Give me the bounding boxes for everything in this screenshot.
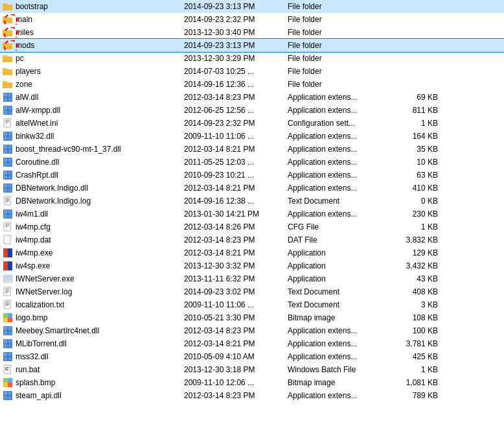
file-type: Application extens... <box>288 326 391 335</box>
file-row[interactable]: iw4mp.cfg2012-03-14 8:26 PMCFG File1 KB <box>0 220 504 233</box>
file-date: 2012-03-14 8:21 PM <box>184 248 288 257</box>
file-row[interactable]: localization.txt2009-11-10 11:06 ...Text… <box>0 298 504 311</box>
file-row[interactable]: MLibTorrent.dll2012-03-14 8:21 PMApplica… <box>0 337 504 350</box>
svg-rect-96 <box>5 292 8 293</box>
file-name-text: Meebey.SmartIrc4net.dll <box>16 326 99 335</box>
file-name-cell: logo.bmp <box>3 313 184 323</box>
svg-rect-63 <box>5 199 9 200</box>
file-name-cell: iw4mp.cfg <box>3 222 184 232</box>
svg-rect-47 <box>4 158 7 161</box>
svg-rect-127 <box>5 370 8 370</box>
file-name-cell: mods <box>3 40 184 51</box>
svg-rect-137 <box>4 396 7 399</box>
file-row[interactable]: Meebey.SmartIrc4net.dll2012-03-14 8:23 P… <box>0 324 504 337</box>
dll-icon <box>3 390 13 401</box>
file-row[interactable]: players2014-07-03 10:25 ...File folder <box>0 65 504 78</box>
svg-rect-91 <box>4 281 12 282</box>
file-size: 10 KB <box>391 158 443 167</box>
file-name-cell: bootstrap <box>3 1 184 12</box>
file-type: Application extens... <box>288 171 391 180</box>
file-date: 2014-09-23 3:13 PM <box>184 2 288 11</box>
file-date: 2014-09-23 3:02 PM <box>184 287 288 296</box>
file-name-text: IWNetServer.log <box>16 287 72 296</box>
log-icon <box>3 196 13 206</box>
file-size: 410 KB <box>391 184 443 193</box>
file-type: Application extens... <box>288 145 391 154</box>
file-name-cell: localization.txt <box>3 300 184 310</box>
svg-rect-70 <box>4 215 7 218</box>
file-size: 1 KB <box>391 119 443 128</box>
file-row[interactable]: zone2014-09-16 12:36 ...File folder <box>0 78 504 91</box>
log-icon <box>3 287 13 297</box>
file-row[interactable]: steam_api.dll2012-03-14 8:23 PMApplicati… <box>0 389 504 402</box>
file-size: 108 KB <box>391 313 443 322</box>
svg-rect-25 <box>8 98 12 101</box>
file-row[interactable]: mods2014-09-23 3:13 PMFile folder <box>0 39 504 52</box>
file-name-text: iw4sp.exe <box>16 261 50 270</box>
file-name-cell: MLibTorrent.dll <box>3 339 184 349</box>
file-date: 2010-05-21 3:30 PM <box>184 313 288 322</box>
svg-rect-42 <box>4 145 7 149</box>
file-row[interactable]: pc2013-12-30 3:29 PMFile folder <box>0 52 504 65</box>
dll-icon <box>3 131 13 141</box>
file-row[interactable]: binkw32.dll2009-11-10 11:06 ...Applicati… <box>0 130 504 143</box>
file-row[interactable]: IWNetServer.log2014-09-23 3:02 PMText Do… <box>0 285 504 298</box>
svg-rect-100 <box>5 303 9 303</box>
file-row[interactable]: splash.bmp2009-11-10 12:06 ...Bitmap ima… <box>0 376 504 389</box>
file-row[interactable]: mss32.dll2010-05-09 4:10 AMApplication e… <box>0 350 504 363</box>
svg-rect-22 <box>4 93 7 97</box>
file-row[interactable]: miles2013-12-30 3:40 PMFile folder <box>0 26 504 39</box>
file-date: 2014-09-23 2:32 PM <box>184 119 288 128</box>
svg-rect-88 <box>8 261 12 270</box>
file-name-text: bootstrap <box>16 2 48 11</box>
svg-rect-101 <box>5 304 9 305</box>
file-type: File folder <box>288 67 391 76</box>
file-row[interactable]: bootstrap2014-09-23 3:13 PMFile folder <box>0 0 504 13</box>
svg-rect-107 <box>3 318 8 322</box>
file-name-text: altelWnet.ini <box>16 119 58 128</box>
file-row[interactable]: iw4sp.exe2013-12-30 3:32 PMApplication3,… <box>0 259 504 272</box>
svg-rect-108 <box>8 318 12 322</box>
file-name-cell: iw4mp.dat <box>3 235 184 245</box>
file-name-text: iw4mp.exe <box>16 248 52 257</box>
file-row[interactable]: logo.bmp2010-05-21 3:30 PMBitmap image10… <box>0 311 504 324</box>
file-name-text: steam_api.dll <box>16 391 62 400</box>
file-row[interactable]: DBNetwork.Indigo.dll2012-03-14 8:21 PMAp… <box>0 182 504 195</box>
file-row[interactable]: IWNetServer.exe2013-11-11 6:32 PMApplica… <box>0 272 504 285</box>
svg-rect-106 <box>8 313 12 318</box>
file-row[interactable]: alW-xmpp.dll2012-06-25 12:56 ...Applicat… <box>0 104 504 117</box>
svg-rect-5 <box>3 18 12 23</box>
file-row[interactable]: run.bat2013-12-30 3:18 PMWindows Batch F… <box>0 363 504 376</box>
dll-icon <box>3 183 13 193</box>
file-date: 2013-12-30 3:18 PM <box>184 365 288 374</box>
file-row[interactable]: boost_thread-vc90-mt-1_37.dll2012-03-14 … <box>0 143 504 156</box>
file-row[interactable]: iw4mp.dat2012-03-14 8:23 PMDAT File3,832… <box>0 233 504 246</box>
file-row[interactable]: main2014-09-23 2:32 PMFile folder <box>0 13 504 26</box>
file-size: 164 KB <box>391 132 443 141</box>
file-date: 2011-05-25 12:03 ... <box>184 158 288 167</box>
file-row[interactable]: iw4mp.exe2012-03-14 8:21 PMApplication12… <box>0 246 504 259</box>
file-row[interactable]: DBNetwork.Indigo.log2014-09-16 12:38 ...… <box>0 195 504 208</box>
file-size: 63 KB <box>391 171 443 180</box>
svg-rect-65 <box>5 202 8 202</box>
svg-rect-27 <box>4 106 7 110</box>
file-row[interactable]: iw4m1.dll2013-01-30 14:21 PMApplication … <box>0 208 504 220</box>
svg-rect-135 <box>4 392 7 395</box>
folder-icon <box>3 53 13 64</box>
file-row[interactable]: CrashRpt.dll2010-09-23 10:21 ...Applicat… <box>0 169 504 182</box>
dll-icon <box>3 209 13 219</box>
svg-rect-43 <box>8 145 12 149</box>
svg-rect-11 <box>3 43 12 49</box>
svg-rect-30 <box>8 111 12 114</box>
file-row[interactable]: alW.dll2012-03-14 8:23 PMApplication ext… <box>0 91 504 104</box>
svg-rect-59 <box>4 189 7 192</box>
svg-rect-54 <box>4 176 7 179</box>
svg-rect-58 <box>8 184 12 187</box>
file-type: Configuration sett... <box>288 119 391 128</box>
file-date: 2013-11-11 6:32 PM <box>184 274 288 283</box>
file-size: 1,081 KB <box>391 378 443 387</box>
file-row[interactable]: altelWnet.ini2014-09-23 2:32 PMConfigura… <box>0 117 504 130</box>
file-size: 3 KB <box>391 300 443 309</box>
file-row[interactable]: Coroutine.dll2011-05-25 12:03 ...Applica… <box>0 156 504 169</box>
svg-rect-39 <box>4 137 7 140</box>
